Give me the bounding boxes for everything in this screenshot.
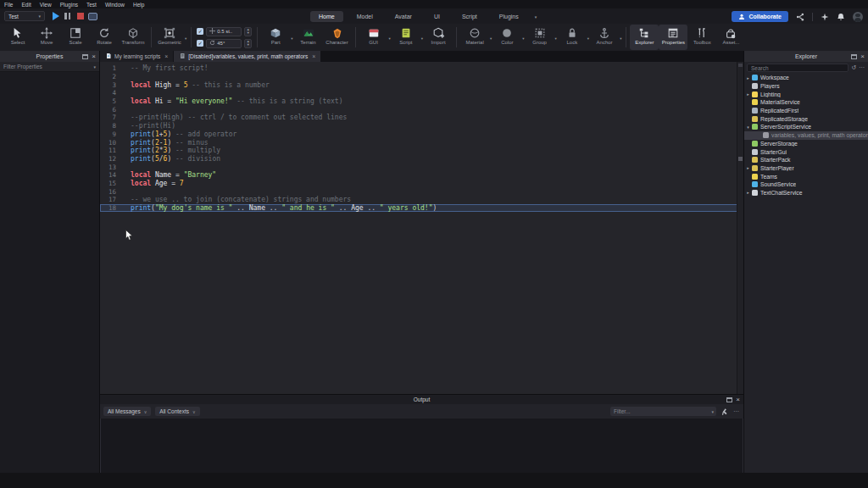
import-button[interactable]: Import [424,25,453,50]
properties-button[interactable]: Properties [659,25,687,50]
test-mode-selector[interactable]: Test ▾ [4,11,45,21]
chevron-down-icon[interactable]: ▾ [389,35,391,41]
move-button[interactable]: Move [32,25,61,50]
device-emulator-button[interactable] [88,12,97,20]
snap-checkbox[interactable]: ✓ [197,40,203,47]
tree-item-serverstorage[interactable]: ServerStorage [744,140,868,148]
float-panel-icon[interactable] [726,397,732,402]
pause-button[interactable] [63,12,72,20]
ribbon-tab-script[interactable]: Script [453,11,486,22]
tree-arrow-icon[interactable]: ▾ [744,125,752,130]
snap-stepper[interactable]: ▲▼ [244,39,252,48]
collaborate-button[interactable]: Collaborate [732,11,788,22]
tree-item-workspace[interactable]: ▸Workspace [744,74,868,82]
all-messages-dropdown[interactable]: All Messages ∨ [103,407,151,416]
tree-item-variables-values-print-math-operators[interactable]: variables, values, print, math operators [744,131,868,140]
script-editor[interactable]: 1-- My first script!23local High = 5 -- … [100,62,743,394]
explorer-menu-icon[interactable]: ⋯ [859,64,865,71]
material-button[interactable]: Material [460,25,489,50]
menu-item-edit[interactable]: Edit [21,2,31,8]
menu-item-view[interactable]: View [40,2,52,8]
tree-item-teams[interactable]: Teams [744,172,868,180]
tree-arrow-icon[interactable]: ▸ [744,75,752,80]
code-line-9[interactable]: 9print(1+5) -- add operator [100,130,743,139]
snap-stepper[interactable]: ▲▼ [244,27,252,36]
close-icon[interactable]: × [92,53,96,60]
explorer-button[interactable]: Explorer [630,25,659,50]
color-button[interactable]: Color [492,25,521,50]
close-tab-icon[interactable]: × [312,53,315,59]
share-icon[interactable] [796,13,804,21]
search-history-icon[interactable]: ↺ [851,64,856,71]
menu-item-window[interactable]: Window [105,2,125,8]
output-menu-icon[interactable]: ⋯ [733,408,740,415]
code-line-6[interactable]: 6 [100,105,743,114]
character-button[interactable]: Character [323,25,352,50]
tree-item-serverscriptservice[interactable]: ▾ServerScriptService [744,123,868,131]
terrain-button[interactable]: Terrain [294,25,323,50]
tree-item-players[interactable]: Players [744,82,868,91]
close-icon[interactable]: × [736,396,740,403]
all-contexts-dropdown[interactable]: All Contexts ∨ [155,407,199,416]
code-line-11[interactable]: 11print(2*3) -- multiply [100,147,743,155]
ribbon-tab-home[interactable]: Home [310,11,343,22]
tree-item-startergui[interactable]: StarterGui [744,147,868,156]
editor-tab-0[interactable]: My learning scripts× [100,51,173,62]
ribbon-tab-ui[interactable]: UI [426,11,448,22]
code-line-14[interactable]: 14local Name = "Barney" [100,171,743,180]
float-panel-icon[interactable] [851,54,857,59]
select-button[interactable]: Select [3,25,32,50]
user-avatar[interactable] [853,12,863,22]
code-line-15[interactable]: 15local Age = 7 [100,180,743,188]
code-line-13[interactable]: 13 [100,163,743,171]
code-line-12[interactable]: 12print(5/6) -- division [100,155,743,164]
assistant-sparkle-icon[interactable] [821,13,829,21]
pause-dropdown-icon[interactable]: ▾ [69,16,70,20]
tree-item-replicatedfirst[interactable]: ReplicatedFirst [744,107,868,115]
close-tab-icon[interactable]: × [164,53,168,59]
ribbon-tab-overflow-icon[interactable]: ▾ [532,14,540,19]
editor-tab-1[interactable]: [Disabled]variables, values, print, math… [174,51,320,62]
ribbon-tab-plugins[interactable]: Plugins [491,11,527,22]
editor-scrollbar[interactable] [737,62,743,394]
gui-button[interactable]: GUI [359,25,388,50]
tree-item-lighting[interactable]: ▸Lighting [744,90,868,98]
menu-item-file[interactable]: File [4,2,13,8]
tree-item-starterplayer[interactable]: ▸StarterPlayer [744,164,868,173]
menu-item-help[interactable]: Help [133,2,144,8]
close-icon[interactable]: × [860,53,865,60]
tree-item-replicatedstorage[interactable]: ReplicatedStorage [744,114,868,123]
play-button[interactable] [51,12,60,20]
script-button[interactable]: Script [392,25,420,50]
tree-item-starterpack[interactable]: StarterPack [744,156,868,164]
output-filter-input[interactable] [610,407,716,416]
filter-properties-input[interactable]: Filter Properties ▾ [0,62,99,72]
chevron-down-icon[interactable]: ▾ [185,35,186,41]
group-button[interactable]: Group [526,25,554,50]
code-line-18[interactable]: 18print("My dog's name is " .. Name .. "… [100,204,743,213]
chevron-down-icon[interactable]: ▾ [587,35,589,41]
tree-item-textchatservice[interactable]: ▸TextChatService [744,189,868,197]
output-log-area[interactable] [100,419,743,473]
scrollbar-top-box[interactable] [738,64,743,67]
code-line-17[interactable]: 17-- we use .. to join (concatenate) str… [100,196,743,204]
part-button[interactable]: Part [261,25,290,50]
code-line-10[interactable]: 10print(2-1) -- minus [100,138,743,147]
tree-arrow-icon[interactable]: ▸ [744,165,752,170]
scale-button[interactable]: Scale [61,25,90,50]
rotate-button[interactable]: Rotate [90,25,119,50]
code-line-8[interactable]: 8--print(Hi) [100,122,743,130]
geometric-button[interactable]: Geometric [155,25,184,50]
chevron-down-icon[interactable]: ▾ [555,35,557,41]
menu-item-plugins[interactable]: Plugins [60,2,78,8]
transform-button[interactable]: Transform [119,25,147,50]
explorer-search-input[interactable] [747,64,849,72]
chevron-down-icon[interactable]: ▾ [522,35,524,41]
code-line-1[interactable]: 1-- My first script! [100,64,743,73]
code-line-4[interactable]: 4 [100,89,743,97]
lock-button[interactable]: Lock [558,25,587,50]
chevron-down-icon[interactable]: ▾ [490,35,492,41]
ribbon-tab-model[interactable]: Model [348,11,381,22]
scrollbar-thumb[interactable] [738,157,743,161]
chevron-down-icon[interactable]: ▾ [421,35,423,41]
